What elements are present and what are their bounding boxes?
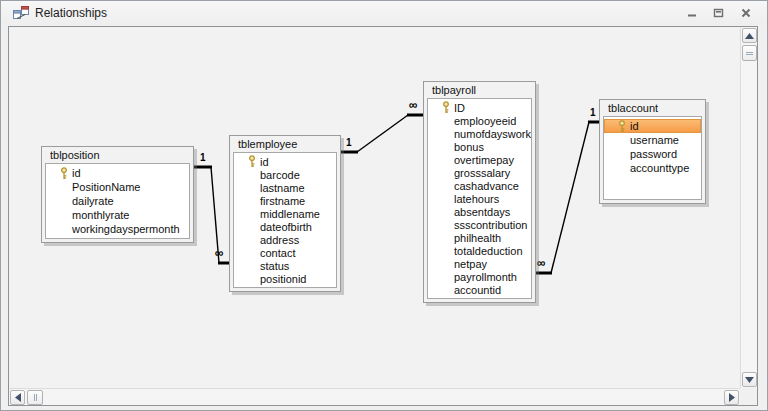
- field-row-tblaccount-accounttype[interactable]: accounttype: [604, 161, 701, 175]
- field-row-tblemployee-id[interactable]: id: [234, 155, 336, 168]
- field-name: dailyrate: [72, 195, 114, 207]
- field-row-tblpayroll-cashadvance[interactable]: cashadvance: [428, 179, 531, 192]
- field-row-tblposition-monthlyrate[interactable]: monthlyrate: [46, 208, 189, 222]
- field-name: philhealth: [454, 232, 501, 244]
- table-title-tblemployee[interactable]: tblemployee: [233, 137, 337, 152]
- field-row-tblpayroll-latehours[interactable]: latehours: [428, 192, 531, 205]
- field-row-tblemployee-contact[interactable]: contact: [234, 246, 336, 259]
- table-title-tblaccount[interactable]: tblaccount: [603, 101, 702, 116]
- field-name: totaldeduction: [454, 245, 523, 257]
- scrollbar-corner: [740, 388, 757, 405]
- field-row-tblposition-workingdayspermonth[interactable]: workingdayspermonth: [46, 222, 189, 236]
- field-row-tblpayroll-ssscontribution[interactable]: ssscontribution: [428, 218, 531, 231]
- document-area: 1 ∞ 1 ∞ 1 ∞ tblpositionidPositionNamedai…: [8, 26, 758, 406]
- field-name: emplooyeeid: [454, 115, 516, 127]
- vertical-scroll-thumb[interactable]: [742, 45, 757, 61]
- field-row-tblaccount-username[interactable]: username: [604, 133, 701, 147]
- field-name: address: [260, 234, 299, 246]
- field-list-tblpayroll: IDemplooyeeidnumofdaysworkbonusovertimep…: [427, 98, 532, 299]
- field-row-tblemployee-dateofbirth[interactable]: dateofbirth: [234, 220, 336, 233]
- close-button[interactable]: [732, 4, 759, 22]
- table-tblaccount[interactable]: tblaccountidusernamepasswordaccounttype: [599, 99, 706, 204]
- primary-key-icon: [244, 155, 260, 168]
- field-row-tblposition-PositionName[interactable]: PositionName: [46, 180, 189, 194]
- key-glyph: [617, 120, 627, 133]
- thumb-grip: [746, 52, 753, 55]
- field-list-tblposition: idPositionNamedailyratemonthlyrateworkin…: [45, 163, 190, 239]
- field-name: contact: [260, 247, 295, 259]
- table-tblemployee[interactable]: tblemployeeidbarcodelastnamefirstnamemid…: [229, 135, 341, 292]
- window-title: Relationships: [35, 6, 107, 20]
- field-row-tblpayroll-absentdays[interactable]: absentdays: [428, 205, 531, 218]
- field-name: cashadvance: [454, 180, 519, 192]
- primary-key-icon: [56, 167, 72, 180]
- scroll-left-button[interactable]: [10, 390, 25, 405]
- field-row-tblpayroll-overtimepay[interactable]: overtimepay: [428, 153, 531, 166]
- table-tblpayroll[interactable]: tblpayrollIDemplooyeeidnumofdaysworkbonu…: [423, 81, 536, 303]
- field-row-tblemployee-lastname[interactable]: lastname: [234, 181, 336, 194]
- field-name: username: [630, 134, 679, 146]
- scroll-down-button[interactable]: [742, 372, 757, 387]
- field-name: PositionName: [72, 181, 140, 193]
- field-row-tblposition-id[interactable]: id: [46, 166, 189, 180]
- field-row-tblpayroll-ID[interactable]: ID: [428, 101, 531, 114]
- relationship-line-position-employee: [194, 167, 230, 263]
- relationships-window: Relationships: [0, 0, 768, 411]
- field-row-tblemployee-status[interactable]: status: [234, 259, 336, 272]
- horizontal-scrollbar[interactable]: [9, 388, 740, 405]
- field-name: lastname: [260, 182, 305, 194]
- field-name: password: [630, 148, 677, 160]
- scroll-right-button[interactable]: [724, 390, 739, 405]
- field-row-tblpayroll-grosssalary[interactable]: grosssalary: [428, 166, 531, 179]
- minimize-button[interactable]: [678, 4, 705, 22]
- field-list-tblemployee: idbarcodelastnamefirstnamemiddlenamedate…: [233, 152, 337, 288]
- field-name: accountid: [454, 284, 501, 296]
- table-tblposition[interactable]: tblpositionidPositionNamedailyratemonthl…: [41, 146, 194, 243]
- field-name: firstname: [260, 195, 305, 207]
- field-row-tblemployee-barcode[interactable]: barcode: [234, 168, 336, 181]
- field-row-tblemployee-positionid[interactable]: positionid: [234, 272, 336, 285]
- relationship-line-employee-payroll: [341, 115, 424, 152]
- field-name: bonus: [454, 141, 484, 153]
- field-row-tblpayroll-bonus[interactable]: bonus: [428, 140, 531, 153]
- field-row-tblpayroll-totaldeduction[interactable]: totaldeduction: [428, 244, 531, 257]
- horizontal-scroll-thumb[interactable]: [27, 390, 43, 405]
- window-controls: [678, 4, 759, 22]
- field-name: payrollmonth: [454, 271, 517, 283]
- restore-button[interactable]: [705, 4, 732, 22]
- table-title-tblpayroll[interactable]: tblpayroll: [427, 83, 532, 98]
- field-row-tblpayroll-numofdayswork[interactable]: numofdayswork: [428, 127, 531, 140]
- field-name: id: [630, 120, 639, 132]
- title-bar: Relationships: [1, 1, 767, 25]
- primary-key-icon: [614, 120, 630, 133]
- field-row-tblpayroll-netpay[interactable]: netpay: [428, 257, 531, 270]
- field-name: netpay: [454, 258, 487, 270]
- relationships-icon: [13, 6, 29, 20]
- field-row-tblaccount-password[interactable]: password: [604, 147, 701, 161]
- field-name: ID: [454, 102, 465, 114]
- field-row-tblemployee-address[interactable]: address: [234, 233, 336, 246]
- diagram-canvas[interactable]: 1 ∞ 1 ∞ 1 ∞ tblpositionidPositionNamedai…: [9, 27, 740, 388]
- vertical-scrollbar[interactable]: [740, 27, 757, 388]
- field-row-tblpayroll-philhealth[interactable]: philhealth: [428, 231, 531, 244]
- field-list-tblaccount: idusernamepasswordaccounttype: [603, 116, 702, 200]
- field-row-tblemployee-firstname[interactable]: firstname: [234, 194, 336, 207]
- field-name: accounttype: [630, 162, 689, 174]
- field-row-tblpayroll-payrollmonth[interactable]: payrollmonth: [428, 270, 531, 283]
- primary-key-icon: [438, 101, 454, 114]
- field-row-tblposition-dailyrate[interactable]: dailyrate: [46, 194, 189, 208]
- key-glyph: [59, 167, 69, 180]
- field-row-tblpayroll-accountid[interactable]: accountid: [428, 283, 531, 296]
- field-row-tblaccount-id[interactable]: id: [604, 119, 701, 133]
- field-row-tblemployee-middlename[interactable]: middlename: [234, 207, 336, 220]
- cardinality-many-label: ∞: [409, 100, 418, 110]
- cardinality-many-label: ∞: [537, 258, 546, 268]
- field-row-tblpayroll-emplooyeeid[interactable]: emplooyeeid: [428, 114, 531, 127]
- field-name: overtimepay: [454, 154, 514, 166]
- key-glyph: [247, 155, 257, 168]
- scroll-up-button[interactable]: [742, 28, 757, 43]
- field-name: ssscontribution: [454, 219, 527, 231]
- field-name: id: [260, 156, 269, 168]
- field-name: latehours: [454, 193, 499, 205]
- table-title-tblposition[interactable]: tblposition: [45, 148, 190, 163]
